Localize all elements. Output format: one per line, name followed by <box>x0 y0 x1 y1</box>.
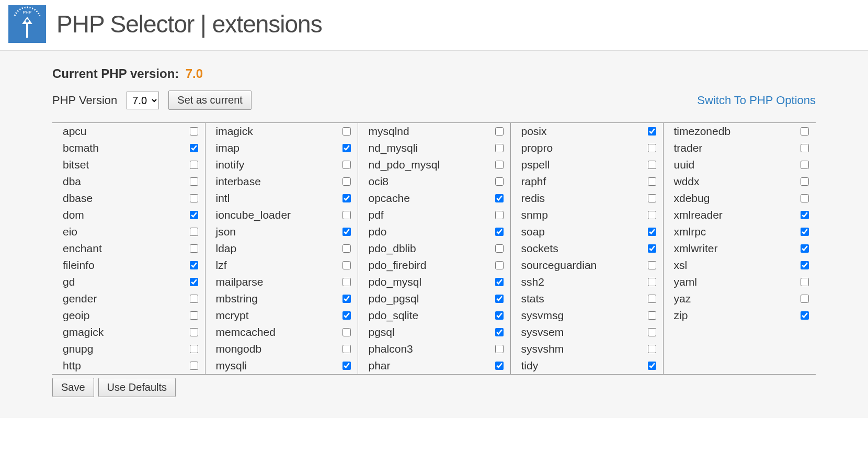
extension-item: ssh2 <box>511 274 663 290</box>
use-defaults-button[interactable]: Use Defaults <box>98 378 176 397</box>
extension-checkbox-stats[interactable] <box>648 295 656 303</box>
extensions-table: apcubcmathbitsetdbadbasedomeioenchantfil… <box>52 122 816 375</box>
extension-checkbox-xdebug[interactable] <box>801 194 809 202</box>
extension-checkbox-pspell[interactable] <box>648 161 656 169</box>
extension-item: oci8 <box>358 173 510 190</box>
extension-item: dbase <box>52 190 205 207</box>
extension-checkbox-yaml[interactable] <box>801 278 809 286</box>
extension-checkbox-geoip[interactable] <box>190 311 198 320</box>
page-header: PHP PHP Selector | extensions <box>0 0 868 51</box>
extension-checkbox-pdf[interactable] <box>495 211 504 219</box>
extension-checkbox-dbase[interactable] <box>190 194 198 202</box>
extension-checkbox-redis[interactable] <box>648 194 656 202</box>
extension-item: pdf <box>358 207 510 223</box>
extension-checkbox-pdo_pgsql[interactable] <box>495 295 504 303</box>
extension-checkbox-memcached[interactable] <box>342 328 351 336</box>
extension-label: bcmath <box>63 142 99 154</box>
extension-checkbox-soap[interactable] <box>648 228 656 236</box>
extension-checkbox-imagick[interactable] <box>342 127 351 136</box>
extension-checkbox-pdo_firebird[interactable] <box>495 261 504 269</box>
extension-checkbox-opcache[interactable] <box>495 194 504 202</box>
extension-checkbox-mcrypt[interactable] <box>342 311 351 320</box>
extension-checkbox-snmp[interactable] <box>648 211 656 219</box>
extension-checkbox-oci8[interactable] <box>495 177 504 186</box>
extension-label: dba <box>63 175 81 188</box>
extension-checkbox-phalcon3[interactable] <box>495 345 504 353</box>
extension-item: yaml <box>664 274 816 290</box>
switch-to-php-options-link[interactable]: Switch To PHP Options <box>697 94 816 107</box>
extension-checkbox-ssh2[interactable] <box>648 278 656 286</box>
extension-item: phalcon3 <box>358 341 510 357</box>
extension-checkbox-trader[interactable] <box>801 144 809 152</box>
php-version-label: PHP Version <box>52 94 117 107</box>
extension-checkbox-gnupg[interactable] <box>190 345 198 353</box>
extension-checkbox-dom[interactable] <box>190 211 198 219</box>
extension-checkbox-posix[interactable] <box>648 127 656 136</box>
extension-checkbox-bitset[interactable] <box>190 161 198 169</box>
extension-checkbox-sysvsem[interactable] <box>648 328 656 336</box>
extension-checkbox-bcmath[interactable] <box>190 144 198 152</box>
extension-checkbox-wddx[interactable] <box>801 177 809 186</box>
extension-checkbox-mbstring[interactable] <box>342 295 351 303</box>
extension-label: tidy <box>521 359 539 372</box>
extension-item: xdebug <box>664 190 816 207</box>
extension-checkbox-mailparse[interactable] <box>342 278 351 286</box>
extension-label: geoip <box>63 309 89 322</box>
extension-checkbox-nd_pdo_mysql[interactable] <box>495 161 504 169</box>
extension-checkbox-tidy[interactable] <box>648 362 656 370</box>
extension-checkbox-xmlwriter[interactable] <box>801 244 809 253</box>
set-as-current-button[interactable]: Set as current <box>168 91 252 110</box>
extension-item: mongodb <box>205 341 358 357</box>
extension-checkbox-pdo_sqlite[interactable] <box>495 311 504 320</box>
extension-checkbox-eio[interactable] <box>190 228 198 236</box>
extension-checkbox-apcu[interactable] <box>190 127 198 136</box>
extension-checkbox-json[interactable] <box>342 228 351 236</box>
extension-checkbox-ioncube_loader[interactable] <box>342 211 351 219</box>
php-version-select[interactable]: 7.0 <box>127 92 159 109</box>
extension-checkbox-pdo_mysql[interactable] <box>495 278 504 286</box>
extension-checkbox-http[interactable] <box>190 362 198 370</box>
extension-checkbox-xsl[interactable] <box>801 261 809 269</box>
extension-checkbox-sysvmsg[interactable] <box>648 311 656 320</box>
extension-label: interbase <box>216 175 261 188</box>
extension-checkbox-propro[interactable] <box>648 144 656 152</box>
extension-checkbox-phar[interactable] <box>495 362 504 370</box>
extension-checkbox-nd_mysqli[interactable] <box>495 144 504 152</box>
extension-checkbox-gd[interactable] <box>190 278 198 286</box>
extension-checkbox-pgsql[interactable] <box>495 328 504 336</box>
extension-checkbox-ldap[interactable] <box>342 244 351 253</box>
extension-item: mysqli <box>205 357 358 374</box>
extension-checkbox-xmlrpc[interactable] <box>801 228 809 236</box>
extension-checkbox-zip[interactable] <box>801 311 809 320</box>
current-version-row: Current PHP version: 7.0 <box>52 66 816 81</box>
extension-checkbox-xmlreader[interactable] <box>801 211 809 219</box>
extension-checkbox-mysqli[interactable] <box>342 362 351 370</box>
extension-checkbox-gmagick[interactable] <box>190 328 198 336</box>
extension-item: trader <box>664 140 816 156</box>
extension-checkbox-imap[interactable] <box>342 144 351 152</box>
extension-checkbox-inotify[interactable] <box>342 161 351 169</box>
extension-item: gnupg <box>52 341 205 357</box>
extension-checkbox-interbase[interactable] <box>342 177 351 186</box>
extension-label: enchant <box>63 242 102 255</box>
extension-checkbox-enchant[interactable] <box>190 244 198 253</box>
extension-checkbox-uuid[interactable] <box>801 161 809 169</box>
extension-checkbox-sourceguardian[interactable] <box>648 261 656 269</box>
extension-checkbox-lzf[interactable] <box>342 261 351 269</box>
extension-checkbox-fileinfo[interactable] <box>190 261 198 269</box>
extension-checkbox-mongodb[interactable] <box>342 345 351 353</box>
extension-checkbox-sockets[interactable] <box>648 244 656 253</box>
extension-checkbox-sysvshm[interactable] <box>648 345 656 353</box>
extension-checkbox-raphf[interactable] <box>648 177 656 186</box>
extension-checkbox-intl[interactable] <box>342 194 351 202</box>
extension-checkbox-pdo_dblib[interactable] <box>495 244 504 253</box>
extension-checkbox-yaz[interactable] <box>801 295 809 303</box>
extension-label: yaz <box>674 292 691 305</box>
extension-item: pdo_mysql <box>358 274 510 290</box>
extension-checkbox-pdo[interactable] <box>495 228 504 236</box>
extension-checkbox-dba[interactable] <box>190 177 198 186</box>
extension-checkbox-gender[interactable] <box>190 295 198 303</box>
extension-checkbox-mysqlnd[interactable] <box>495 127 504 136</box>
extension-checkbox-timezonedb[interactable] <box>801 127 809 136</box>
save-button[interactable]: Save <box>52 378 94 397</box>
